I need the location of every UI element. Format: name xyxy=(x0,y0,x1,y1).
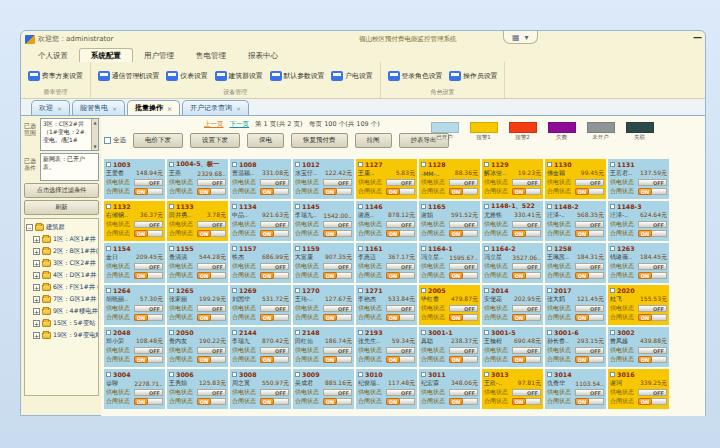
card-checkbox[interactable] xyxy=(421,330,426,335)
card-checkbox[interactable] xyxy=(610,288,615,293)
card-checkbox[interactable] xyxy=(547,372,552,377)
card-checkbox[interactable] xyxy=(169,204,174,209)
room-card[interactable]: 1164-1冯立星..1595.67..供电状态OFF合闸状态ON xyxy=(419,243,480,283)
tree-item[interactable]: +6区：F区1#井 ( xyxy=(26,281,97,293)
expand-icon[interactable]: + xyxy=(33,308,40,315)
room-card[interactable]: 1263钱璐薇..184.45元供电状态OFF合闸状态ON xyxy=(608,243,669,283)
card-checkbox[interactable] xyxy=(169,288,174,293)
minimize-button[interactable]: — xyxy=(693,33,702,42)
room-card[interactable]: 3001-1真聪238.37元供电状态OFF合闸状态ON xyxy=(419,327,480,367)
card-checkbox[interactable] xyxy=(295,330,300,335)
select-all-checkbox[interactable] xyxy=(104,137,111,144)
skin-selector[interactable]: ▦▾ xyxy=(503,31,538,44)
collapse-icon[interactable]: − xyxy=(26,224,33,231)
close-tab-icon[interactable]: × xyxy=(57,105,62,112)
room-card[interactable]: 1164-2冯立星3527.06..供电状态OFF合闸状态ON xyxy=(482,243,543,283)
card-checkbox[interactable] xyxy=(232,246,237,251)
card-checkbox[interactable] xyxy=(232,288,237,293)
expand-icon[interactable]: + xyxy=(33,332,40,339)
card-checkbox[interactable] xyxy=(484,288,489,293)
choose-filter-button[interactable]: 点击选择过滤条件 xyxy=(24,183,99,198)
menu-tab-售电管理[interactable]: 售电管理 xyxy=(185,49,237,62)
room-card[interactable]: 1269刘国华531.72元供电状态OFF合闸状态ON xyxy=(230,285,291,325)
ribbon-item-建筑群设置[interactable]: 建筑群设置 xyxy=(215,71,263,81)
room-card[interactable]: 2048郑小荣108.48元供电状态OFF合闸状态ON xyxy=(104,327,165,367)
room-card[interactable]: 1265张家丽199.29元供电状态OFF合闸状态ON xyxy=(167,285,228,325)
prev-page-link[interactable]: 上一页 xyxy=(204,120,224,128)
room-card[interactable]: 3016谢珂339.25元供电状态OFF合闸状态ON xyxy=(608,369,669,409)
card-checkbox[interactable] xyxy=(484,372,489,377)
card-checkbox[interactable] xyxy=(358,330,363,335)
card-checkbox[interactable] xyxy=(484,330,489,335)
room-card[interactable]: 3001-5王楠程690.48元供电状态OFF合闸状态ON xyxy=(482,327,543,367)
room-card[interactable]: 1157铁杰686.99元供电状态OFF合闸状态ON xyxy=(230,243,291,283)
card-checkbox[interactable] xyxy=(358,372,363,377)
card-checkbox[interactable] xyxy=(106,246,111,251)
room-card[interactable]: 3002曾凤越439.88元供电状态OFF合闸状态ON xyxy=(608,327,669,367)
card-checkbox[interactable] xyxy=(547,288,552,293)
toolbar-button-保电[interactable]: 保电 xyxy=(247,133,284,148)
room-card[interactable]: 1154金日209.45元供电状态OFF合闸状态ON xyxy=(104,243,165,283)
card-checkbox[interactable] xyxy=(421,372,426,377)
room-card[interactable]: 3001-6孙长春..293.15元供电状态OFF合闸状态ON xyxy=(545,327,606,367)
tree-item[interactable]: +4区：D区1#井 ( xyxy=(26,269,97,281)
card-checkbox[interactable] xyxy=(106,204,111,209)
expand-icon[interactable]: + xyxy=(33,272,40,279)
card-checkbox[interactable] xyxy=(547,162,552,167)
room-card[interactable]: 2148田红仙186.74元供电状态OFF合闸状态ON xyxy=(293,327,354,367)
room-card[interactable]: 1128-MM-..88.36元供电状态OFF合闸状态ON xyxy=(419,159,480,199)
toolbar-button-恢复预付费[interactable]: 恢复预付费 xyxy=(291,133,348,148)
refresh-button[interactable]: 刷新 xyxy=(24,200,99,215)
card-checkbox[interactable] xyxy=(358,204,363,209)
card-checkbox[interactable] xyxy=(295,372,300,377)
room-card[interactable]: 1127王康..5.83元供电状态OFF合闸状态ON xyxy=(356,159,417,199)
room-card[interactable]: 2144李瑞九870.42元供电状态OFF合闸状态ON xyxy=(230,327,291,367)
room-card[interactable]: 3009吴成君885.16元供电状态OFF合闸状态ON xyxy=(293,369,354,409)
card-checkbox[interactable] xyxy=(106,288,111,293)
tree-item[interactable]: +3区：C区2#井 ( xyxy=(26,257,97,269)
doc-tab-欢迎[interactable]: 欢迎× xyxy=(31,100,70,115)
room-card[interactable]: 1130佛金颖99.45元供电状态OFF合闸状态ON xyxy=(545,159,606,199)
room-card[interactable]: 1258王珮茜..184.31元供电状态OFF合闸状态ON xyxy=(545,243,606,283)
room-card[interactable]: 1012水宝仔..122.42元供电状态OFF合闸状态ON xyxy=(293,159,354,199)
expand-icon[interactable]: + xyxy=(33,236,40,243)
tree-item[interactable]: +9区：4#楼电井 ( xyxy=(26,305,97,317)
room-card[interactable]: 1161李惠迈367.17元供电状态OFF合闸状态ON xyxy=(356,243,417,283)
card-checkbox[interactable] xyxy=(358,162,363,167)
card-checkbox[interactable] xyxy=(358,288,363,293)
room-card[interactable]: 1271李艳杰533.84元供电状态OFF合闸状态ON xyxy=(356,285,417,325)
room-card[interactable]: 1148-3汪泽-..624.64元供电状态OFF合闸状态ON xyxy=(608,201,669,241)
ribbon-item-默认参数设置[interactable]: 默认参数设置 xyxy=(270,71,325,81)
tree-item[interactable]: +1区：A区1#井 xyxy=(26,233,97,245)
expand-icon[interactable]: + xyxy=(33,284,40,291)
close-tab-icon[interactable]: × xyxy=(112,105,117,112)
card-checkbox[interactable] xyxy=(232,162,237,167)
room-card[interactable]: 1145李瑞九..1542.00..供电状态OFF合闸状态ON xyxy=(293,201,354,241)
expand-icon[interactable]: + xyxy=(33,260,40,267)
card-checkbox[interactable] xyxy=(610,330,615,335)
listbox-scrollbar[interactable]: ▲▼ xyxy=(91,119,98,150)
toolbar-button-设置下发[interactable]: 设置下发 xyxy=(190,133,240,148)
doc-tab-开户记录查询[interactable]: 开户记录查询× xyxy=(182,100,249,115)
tree-item[interactable]: +19区：9#变电站 xyxy=(26,329,97,341)
card-checkbox[interactable] xyxy=(232,204,237,209)
expand-icon[interactable]: + xyxy=(33,296,40,303)
card-checkbox[interactable] xyxy=(295,162,300,167)
room-card[interactable]: 1132右倾钢..36.37元供电状态OFF合闸状态ON xyxy=(104,201,165,241)
selected-condition-box[interactable]: 新网表：已开户表。 xyxy=(40,153,99,181)
ribbon-item-仪表设置[interactable]: 仪表设置 xyxy=(166,71,207,81)
room-card[interactable]: 1131王若君..137.59元供电状态OFF合闸状态ON xyxy=(608,159,669,199)
menu-tab-个人设置[interactable]: 个人设置 xyxy=(27,49,79,62)
card-checkbox[interactable] xyxy=(295,288,300,293)
room-card[interactable]: 3011纪宏霖348.06元供电状态OFF合闸状态ON xyxy=(419,369,480,409)
room-card[interactable]: 1155贵清清544.28元供电状态OFF合闸状态ON xyxy=(167,243,228,283)
room-card[interactable]: 3008周之翼550.97元供电状态OFF合闸状态ON xyxy=(230,369,291,409)
card-checkbox[interactable] xyxy=(169,246,174,251)
card-checkbox[interactable] xyxy=(610,246,615,251)
room-card[interactable]: 2020桂飞155.53元供电状态OFF合闸状态ON xyxy=(608,285,669,325)
room-card[interactable]: 1134申品..921.63元供电状态OFF合闸状态ON xyxy=(230,201,291,241)
card-checkbox[interactable] xyxy=(547,246,552,251)
card-checkbox[interactable] xyxy=(610,204,615,209)
card-checkbox[interactable] xyxy=(484,204,489,209)
ribbon-item-户电设置[interactable]: 户电设置 xyxy=(331,71,372,81)
